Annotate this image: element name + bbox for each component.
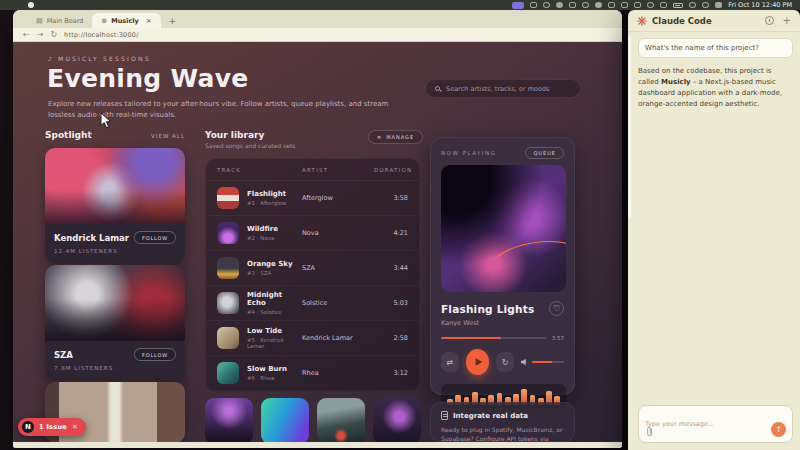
volume-icon[interactable] <box>621 2 628 8</box>
now-playing-panel: NOW PLAYING QUEUE Flashing Lights ♡ Kany… <box>430 137 575 395</box>
track-duration-label: 3:57 <box>552 335 564 341</box>
play-circle-icon[interactable] <box>647 2 654 8</box>
manage-button[interactable]: ≡ MANAGE <box>368 130 423 144</box>
like-button[interactable]: ♡ <box>549 301 564 316</box>
table-row[interactable]: Flashlight #1 · Afterglow Afterglow 3:58 <box>206 181 419 216</box>
new-tab-button[interactable]: + <box>169 16 177 28</box>
track-artist: SZA <box>302 264 374 272</box>
track-meta: #6 · Rhea <box>247 375 287 381</box>
menu-bar-clock[interactable]: Fri Oct 10 12:40 PM <box>728 1 792 9</box>
assistant-message: Based on the codebase, this project is c… <box>638 66 794 109</box>
claude-panel-header: Claude Code + <box>628 10 800 32</box>
search-placeholder: Search artists, tracks, or moods <box>446 85 549 93</box>
integrate-heading: Integrate real data <box>453 412 528 420</box>
track-duration: 3:58 <box>374 194 408 202</box>
now-playing-artist: Kanye West <box>431 316 574 327</box>
track-artist: Nova <box>302 229 374 237</box>
track-duration: 3:44 <box>374 264 408 272</box>
playlist-tile[interactable] <box>205 398 253 442</box>
table-row[interactable]: Orange Sky #3 · SZA SZA 3:44 <box>206 251 419 286</box>
turntable-highlight <box>486 235 566 291</box>
play-icon <box>474 358 483 367</box>
follow-button[interactable]: FOLLOW <box>134 348 176 361</box>
track-title-row: Flashing Lights ♡ <box>431 292 574 316</box>
window-manager-icon[interactable] <box>634 2 641 8</box>
screen-share-icon[interactable] <box>512 2 524 9</box>
claude-code-panel: Claude Code + What's the name of this pr… <box>628 10 800 450</box>
artist-photo <box>45 148 185 224</box>
address-bar[interactable]: http://localhost:3000/ <box>64 31 138 39</box>
deploy-icon[interactable] <box>608 2 615 8</box>
color-picker-icon[interactable] <box>595 2 602 8</box>
display-icon[interactable] <box>582 2 589 8</box>
artist-listeners: 7.8M LISTENERS <box>45 363 185 380</box>
table-row[interactable]: Slow Burn #6 · Rhea Rhea 3:12 <box>206 356 419 391</box>
track-title: Midnight Echo <box>247 291 302 307</box>
wrench-icon[interactable] <box>530 2 537 8</box>
progress-row: 3:57 <box>431 327 574 341</box>
queue-button[interactable]: QUEUE <box>525 147 564 159</box>
search-bar[interactable]: Search artists, tracks, or moods <box>425 79 581 98</box>
close-icon[interactable]: ✕ <box>72 423 78 431</box>
search-icon <box>435 86 440 91</box>
menu-bar-status-icons: Fri Oct 10 12:40 PM <box>512 1 792 9</box>
artist-card-sza[interactable]: SZA FOLLOW 7.8M LISTENERS <box>45 265 185 380</box>
page-title: Evening Wave <box>47 64 249 93</box>
passwords-icon[interactable] <box>715 2 722 8</box>
track-title: Flashlight <box>247 190 286 198</box>
stats-icon[interactable] <box>569 2 576 8</box>
library-heading: Your library <box>205 130 355 140</box>
claude-panel-title: Claude Code <box>652 16 760 26</box>
view-all-link[interactable]: VIEW ALL <box>151 133 185 139</box>
artist-card-kendrick[interactable]: Kendrick Lamar FOLLOW 12.4M LISTENERS <box>45 148 185 263</box>
repeat-button[interactable]: ↻ <box>496 352 514 372</box>
tab-close-icon[interactable]: × <box>146 17 152 25</box>
volume-control <box>521 359 564 366</box>
track-art <box>217 222 239 244</box>
follow-button[interactable]: FOLLOW <box>134 231 176 244</box>
repeat-icon: ↻ <box>502 358 509 367</box>
play-button[interactable] <box>466 349 489 375</box>
app-eyebrow: ♪ MUSICLY SESSIONS <box>48 55 151 62</box>
issue-count-label: 1 Issue <box>39 423 67 431</box>
battery-icon[interactable] <box>673 3 683 8</box>
playlist-tile[interactable] <box>261 398 309 442</box>
table-header: TRACK ARTIST DURATION <box>206 159 419 181</box>
forward-icon[interactable]: → <box>37 31 44 39</box>
tab-musicly[interactable]: ⊕ Musicly × <box>92 13 160 28</box>
track-meta: #1 · Afterglow <box>247 200 286 206</box>
track-meta: #5 · Kendrick Lamar <box>247 337 302 349</box>
artist-name: SZA <box>54 350 73 360</box>
tab-main-board[interactable]: ▤ Main Board <box>27 13 92 28</box>
playlist-tile[interactable] <box>373 398 421 442</box>
table-row[interactable]: Low Tide #5 · Kendrick Lamar Kendrick La… <box>206 321 419 356</box>
nextjs-issue-badge[interactable]: N 1 Issue ✕ <box>18 418 86 436</box>
volume-slider[interactable] <box>532 361 564 363</box>
send-button[interactable]: ↑ <box>771 422 786 437</box>
back-icon[interactable]: ← <box>23 31 30 39</box>
progress-bar[interactable] <box>441 337 546 340</box>
spotlight-header: Spotlight VIEW ALL <box>45 130 185 140</box>
reload-icon[interactable]: ↻ <box>50 31 57 39</box>
history-icon[interactable] <box>765 16 774 25</box>
table-row[interactable]: Midnight Echo #4 · Solstice Solstice 5:0… <box>206 286 419 321</box>
playlist-tile[interactable] <box>317 398 365 442</box>
claude-logo-icon <box>637 16 647 26</box>
vpn-icon[interactable] <box>556 2 563 8</box>
glasses-icon[interactable] <box>660 2 667 8</box>
attach-icon[interactable] <box>646 426 654 437</box>
search-icon[interactable] <box>702 2 709 8</box>
tab-label: Musicly <box>111 17 139 25</box>
shuffle-button[interactable]: ⇄ <box>441 352 459 372</box>
new-chat-icon[interactable]: + <box>783 15 791 26</box>
message-input-box[interactable]: ↑ <box>638 405 793 443</box>
message-input[interactable] <box>645 420 786 428</box>
track-duration: 5:03 <box>374 299 408 307</box>
album-art <box>441 165 566 292</box>
track-meta: #2 · Nova <box>247 235 278 241</box>
table-row[interactable]: Wildfire #2 · Nova Nova 4:21 <box>206 216 419 251</box>
track-art <box>217 362 239 384</box>
wifi-icon[interactable] <box>689 2 696 8</box>
record-icon[interactable] <box>543 2 550 8</box>
apple-menu-icon[interactable] <box>28 2 34 8</box>
